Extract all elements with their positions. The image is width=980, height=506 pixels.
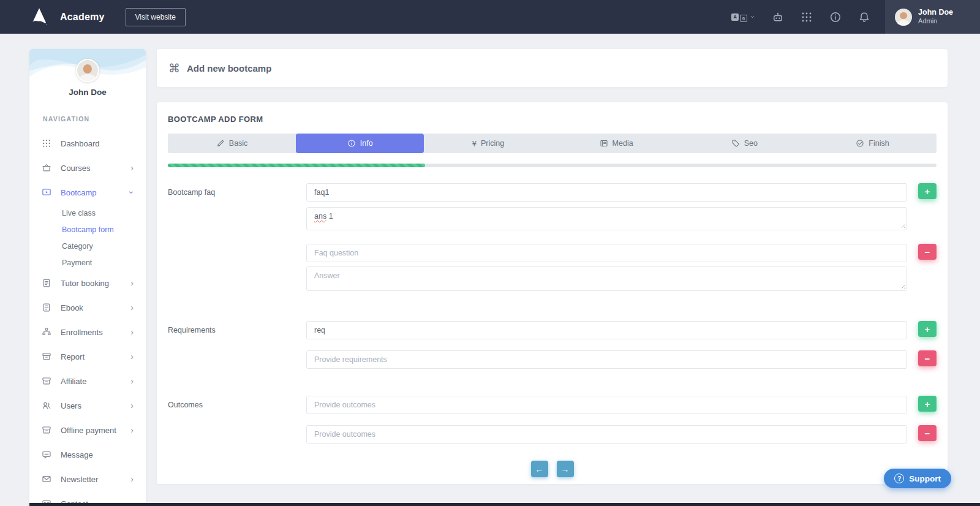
sidebar-item-tutor-booking[interactable]: Tutor booking ›: [29, 271, 146, 295]
sidebar-item-bootcamp[interactable]: Bootcamp ›: [29, 180, 146, 205]
faq-remove-button[interactable]: −: [918, 244, 937, 260]
sidebar-item-users[interactable]: Users ›: [29, 393, 146, 418]
sidebar-avatar: [76, 59, 99, 82]
visit-website-button[interactable]: Visit website: [126, 8, 186, 26]
chevron-right-icon: ›: [130, 327, 134, 337]
next-step-button[interactable]: →: [557, 461, 574, 477]
tag-icon: [731, 139, 740, 148]
outcomes-label: Outcomes: [168, 396, 306, 444]
user-role: Admin: [918, 17, 953, 26]
language-icon: A: [731, 13, 739, 21]
tab-finish[interactable]: Finish: [809, 134, 937, 153]
sidebar-item-affiliate[interactable]: Affiliate ›: [29, 369, 146, 393]
bell-icon[interactable]: [858, 11, 870, 23]
file-icon: [42, 278, 51, 288]
sidebar-section-label: NAVIGATION: [43, 115, 146, 123]
sidebar: John Doe NAVIGATION Dashboard Courses › …: [29, 49, 146, 506]
faq-question-input-2[interactable]: [306, 244, 907, 262]
sidebar-subitem-bootcamp-form[interactable]: Bootcamp form: [29, 221, 146, 238]
image-icon: [600, 139, 608, 148]
check-circle-icon: [856, 139, 864, 148]
chevron-down-icon: [750, 14, 755, 20]
chevron-right-icon: ›: [130, 352, 134, 361]
sidebar-item-report[interactable]: Report ›: [29, 344, 146, 369]
sidebar-item-courses[interactable]: Courses ›: [29, 156, 146, 180]
sidebar-item-enrollments[interactable]: Enrollments ›: [29, 320, 146, 344]
tab-pricing[interactable]: ¥ Pricing: [424, 134, 552, 153]
command-icon: ⌘: [168, 61, 180, 75]
requirements-section: Requirements + −: [168, 321, 937, 369]
brand: Academy Visit website: [0, 7, 186, 28]
faq-answer-input-1[interactable]: ans 1: [306, 207, 907, 230]
chevron-right-icon: ›: [130, 474, 134, 484]
academy-logo-icon: [28, 7, 50, 28]
sitemap-icon: [42, 327, 51, 337]
users-icon: [42, 401, 51, 410]
sidebar-item-dashboard[interactable]: Dashboard: [29, 131, 146, 156]
sidebar-subitem-live-class[interactable]: Live class: [29, 205, 146, 221]
bootcamp-form-card: BOOTCAMP ADD FORM Basic Info ¥ Pricing M…: [157, 102, 948, 484]
faq-answer-input-2[interactable]: [306, 266, 907, 291]
bottom-edge-strip: [29, 503, 980, 506]
wizard-navigation: ← →: [168, 461, 937, 477]
faq-add-button[interactable]: +: [918, 183, 937, 199]
language-selector[interactable]: A a: [731, 12, 755, 22]
tab-info[interactable]: Info: [296, 134, 424, 153]
outcomes-input-1[interactable]: [306, 396, 907, 414]
page-header-card: ⌘ Add new bootcamp: [157, 49, 948, 87]
user-menu[interactable]: John Doe Admin: [885, 0, 980, 34]
tab-media[interactable]: Media: [552, 134, 680, 153]
faq-question-input-1[interactable]: [306, 183, 907, 202]
file-icon: [42, 303, 51, 312]
wizard-tabs: Basic Info ¥ Pricing Media Seo Finish: [168, 134, 937, 153]
outcomes-remove-button[interactable]: −: [918, 425, 937, 441]
faq-section: Bootcamp faq + ans 1 −: [168, 183, 937, 291]
chevron-right-icon: ›: [130, 401, 134, 410]
apps-grid-icon[interactable]: [801, 11, 813, 23]
form-title: BOOTCAMP ADD FORM: [168, 115, 937, 124]
archive-icon: [42, 376, 51, 386]
chevron-down-icon: ›: [127, 191, 137, 194]
outcomes-section: Outcomes + −: [168, 396, 937, 444]
pencil-icon: [216, 139, 225, 148]
sidebar-item-ebook[interactable]: Ebook ›: [29, 295, 146, 320]
bot-icon[interactable]: [772, 11, 784, 23]
user-avatar: [895, 9, 912, 26]
tab-seo[interactable]: Seo: [680, 134, 809, 153]
requirements-input-1[interactable]: [306, 321, 907, 339]
chat-icon: [42, 450, 51, 459]
faq-label: Bootcamp faq: [168, 183, 306, 291]
chevron-right-icon: ›: [130, 278, 134, 288]
sidebar-item-message[interactable]: Message: [29, 442, 146, 467]
requirements-add-button[interactable]: +: [918, 321, 937, 337]
archive-icon: [42, 352, 51, 361]
support-button[interactable]: ? Support: [884, 469, 951, 488]
wizard-progress-fill: [168, 164, 425, 167]
user-name: John Doe: [918, 8, 953, 18]
outcomes-add-button[interactable]: +: [918, 396, 937, 412]
outcomes-input-2[interactable]: [306, 425, 907, 444]
sidebar-profile-name: John Doe: [29, 88, 146, 97]
sidebar-item-newsletter[interactable]: Newsletter ›: [29, 467, 146, 491]
yen-icon: ¥: [472, 139, 477, 148]
requirements-remove-button[interactable]: −: [918, 350, 937, 366]
chevron-right-icon: ›: [130, 163, 134, 173]
help-icon: ?: [894, 474, 904, 483]
sidebar-subitem-payment[interactable]: Payment: [29, 254, 146, 271]
grid-icon: [42, 138, 51, 148]
page-title: Add new bootcamp: [187, 63, 271, 74]
wizard-progress-bar: [168, 164, 937, 167]
previous-step-button[interactable]: ←: [531, 461, 548, 477]
basket-icon: [42, 163, 51, 173]
chevron-right-icon: ›: [130, 376, 134, 386]
requirements-input-2[interactable]: [306, 350, 907, 369]
mail-icon: [42, 474, 51, 484]
chevron-right-icon: ›: [130, 303, 134, 312]
requirements-label: Requirements: [168, 321, 306, 369]
tab-basic[interactable]: Basic: [168, 134, 296, 153]
top-navbar: Academy Visit website A a John Doe Admin: [0, 0, 980, 34]
sidebar-item-offline-payment[interactable]: Offline payment ›: [29, 418, 146, 442]
help-icon[interactable]: [829, 11, 842, 23]
sidebar-subitem-category[interactable]: Category: [29, 238, 146, 254]
main-content: ⌘ Add new bootcamp BOOTCAMP ADD FORM Bas…: [157, 49, 948, 484]
